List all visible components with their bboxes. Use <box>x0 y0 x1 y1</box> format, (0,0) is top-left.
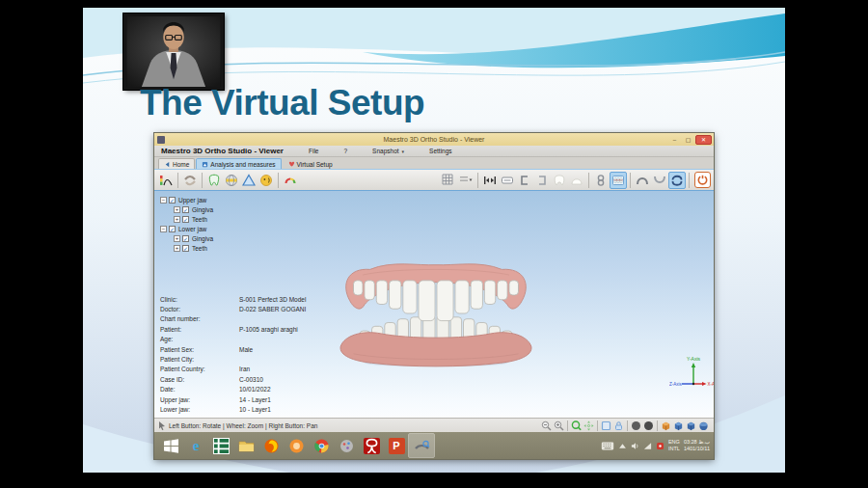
tree-item-upper-gingiva[interactable]: + ✓ Gingiva <box>160 204 213 214</box>
tree-label: Upper jaw <box>178 197 206 203</box>
window-titlebar[interactable]: Maestro 3D Ortho Studio - Viewer – ▢ ✕ <box>154 133 714 146</box>
show-hidden-icons-caret[interactable] <box>618 442 627 450</box>
patient-row: Patient Sex:Male <box>160 344 353 354</box>
clip-left-button[interactable] <box>516 172 533 189</box>
padlock-icon <box>613 420 624 431</box>
tray-language[interactable]: ENG INTL <box>668 439 680 452</box>
both-arches-view-button[interactable] <box>668 172 686 189</box>
menu-file[interactable]: File <box>309 148 318 154</box>
tab-virtual-setup[interactable]: Virtual Setup <box>283 158 339 169</box>
keyboard-icon[interactable] <box>601 442 614 450</box>
upper-teeth <box>354 281 519 321</box>
render-mode-2-button[interactable] <box>642 420 655 432</box>
export-scene-button[interactable] <box>697 420 710 432</box>
render-mode-1-button[interactable] <box>630 420 642 432</box>
menu-snapshot[interactable]: Snapshot <box>372 148 398 154</box>
taskbar-internet-explorer[interactable]: e <box>183 434 208 457</box>
tree-expander-icon[interactable]: + <box>174 206 180 213</box>
mouse-hint-text: Left Button: Rotate | Wheel: Zoom | Righ… <box>169 422 317 429</box>
snapshot-caret-icon[interactable]: ▾ <box>402 149 405 154</box>
upper-arch-view-button[interactable] <box>634 172 651 189</box>
presenter-portrait-icon <box>126 16 221 87</box>
patient-info-panel: Clinic:S-001 Perfect 3D Model Doctor:D-0… <box>160 294 353 415</box>
pan-button[interactable] <box>583 420 595 432</box>
taskbar-firefox[interactable] <box>258 434 284 457</box>
show-arch-button[interactable] <box>568 172 585 189</box>
link-jaws-button[interactable] <box>592 172 610 189</box>
taskbar-chrome[interactable] <box>309 434 334 457</box>
exit-button[interactable] <box>694 172 711 188</box>
menu-settings[interactable]: Settings <box>429 148 452 154</box>
taskbar-maestro-active[interactable] <box>409 434 434 457</box>
x-axis-label: X-Axis <box>708 382 715 387</box>
gauge-button[interactable] <box>282 172 299 189</box>
checkbox-checked-icon[interactable]: ✓ <box>182 206 189 213</box>
checkbox-checked-icon[interactable]: ✓ <box>182 245 189 252</box>
speaker-icon[interactable] <box>631 442 639 450</box>
zoom-fit-button[interactable] <box>570 420 583 432</box>
menubar: Maestro 3D Ortho Studio - Viewer File ? … <box>154 146 714 157</box>
taskbar-design-app[interactable] <box>334 434 359 457</box>
tree-expander-icon[interactable]: − <box>160 226 167 232</box>
jaws-button[interactable] <box>181 172 199 189</box>
tray-clock[interactable]: 03:28 ب.ظ 1401/10/11 <box>684 439 710 452</box>
notification-badge-icon[interactable] <box>656 442 665 450</box>
grid-view-button[interactable] <box>440 172 457 189</box>
globe-button[interactable] <box>223 172 240 189</box>
blue-cube-icon <box>673 420 684 431</box>
checkbox-checked-icon[interactable]: ✓ <box>182 235 189 242</box>
start-button[interactable] <box>158 434 183 457</box>
export-ply-button[interactable] <box>685 420 697 432</box>
zoom-in-button[interactable] <box>553 420 565 432</box>
tree-expander-icon[interactable]: − <box>160 197 167 203</box>
export-obj-button[interactable] <box>660 420 672 432</box>
patient-row: Upper jaw:14 - Layer1 <box>160 394 353 404</box>
tray-lang-code: ENG <box>668 439 680 446</box>
tree-expander-icon[interactable]: + <box>174 235 180 242</box>
collide-test-button[interactable] <box>481 172 499 189</box>
tab-virtual-setup-label: Virtual Setup <box>297 161 333 168</box>
occlusion-contacts-button[interactable] <box>610 172 627 189</box>
tooth-button[interactable] <box>205 172 223 189</box>
prism-button[interactable] <box>240 172 258 189</box>
taskbar-powerpoint[interactable]: P <box>384 434 409 457</box>
show-tooth-button[interactable] <box>551 172 568 189</box>
taskbar-acrobat[interactable] <box>359 434 384 457</box>
taskbar-excel[interactable] <box>208 434 233 457</box>
taskbar-browser-orange[interactable] <box>284 434 309 457</box>
tree-label: Teeth <box>192 245 207 252</box>
zoom-out-button[interactable] <box>540 420 553 432</box>
export-stl-button[interactable] <box>672 420 685 432</box>
toolbar-separator <box>177 173 178 188</box>
tab-home[interactable]: Home <box>158 158 195 169</box>
patient-label: Case ID: <box>160 376 239 383</box>
checkbox-checked-icon[interactable]: ✓ <box>169 226 176 232</box>
select-region-button[interactable] <box>600 420 612 432</box>
tree-item-upper-teeth[interactable]: + ✓ Teeth <box>160 214 213 224</box>
tree-item-lower-gingiva[interactable]: + ✓ Gingiva <box>160 233 213 243</box>
tab-analysis-and-measures[interactable]: Analysis and measures <box>196 158 281 169</box>
head-button[interactable] <box>258 172 275 189</box>
occlusion-map-button[interactable] <box>157 172 175 189</box>
distance-button[interactable] <box>499 172 516 189</box>
dental-model-3d[interactable] <box>326 257 546 370</box>
move-arrows-icon <box>583 420 594 431</box>
lower-arch-view-button[interactable] <box>651 172 668 189</box>
viewport-3d[interactable]: − ✓ Upper jaw + ✓ Gingiva + ✓ Teeth − ✓ … <box>154 191 714 418</box>
lock-view-button[interactable] <box>612 420 625 432</box>
tree-expander-icon[interactable]: + <box>174 216 180 223</box>
tree-item-lower-teeth[interactable]: + ✓ Teeth <box>160 243 213 253</box>
checkbox-checked-icon[interactable]: ✓ <box>182 216 189 223</box>
tree-expander-icon[interactable]: + <box>174 245 180 252</box>
menu-help[interactable]: ? <box>343 148 347 154</box>
firefox-icon <box>263 438 280 454</box>
taskbar-file-explorer[interactable] <box>233 434 258 457</box>
tree-item-lower-jaw[interactable]: − ✓ Lower jaw <box>160 224 213 233</box>
grid-options-button[interactable] <box>457 172 475 189</box>
checkbox-checked-icon[interactable]: ✓ <box>169 197 176 203</box>
clip-right-button[interactable] <box>533 172 551 189</box>
network-icon[interactable] <box>643 442 652 450</box>
folder-icon <box>238 438 255 454</box>
tree-item-upper-jaw[interactable]: − ✓ Upper jaw <box>160 195 213 204</box>
grid-icon <box>442 174 455 187</box>
